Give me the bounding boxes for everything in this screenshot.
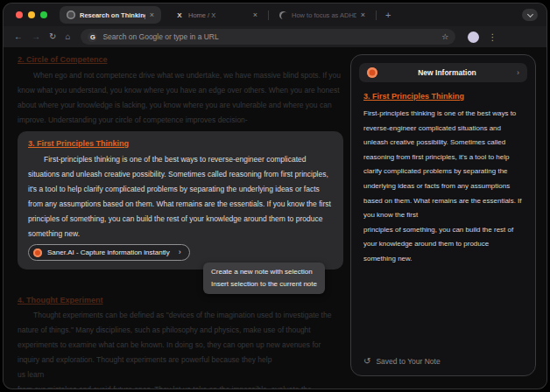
section-body: us learn [18,368,343,382]
profile-avatar[interactable] [468,32,479,43]
x-logo-icon: X [175,10,184,19]
page-content: 2. Circle of Competence When ego and not… [4,47,546,388]
minimize-window-button[interactable] [28,11,35,18]
selection-paragraph: principles of something, you can build t… [28,212,333,242]
home-icon[interactable]: ⌂ [65,32,70,41]
panel-footer: ↺ Saved to Your Note [363,357,441,366]
close-tab-icon[interactable]: × [253,11,257,19]
section-heading-circle-of-competence: 2. Circle of Competence [18,52,108,67]
tab-separator [268,10,269,20]
chevron-right-icon[interactable]: › [517,68,519,77]
tab-how-to-focus[interactable]: How to focus as ADHD × [272,6,372,24]
chevron-down-icon [526,10,532,17]
back-icon[interactable]: ← [14,32,23,41]
history-icon: ↺ [363,357,370,366]
capture-button-label: Saner.AI - Capture information instantly [47,245,170,260]
tab-research-on-thinking[interactable]: Research on Thinking × [60,6,161,24]
zoom-window-button[interactable] [40,11,47,18]
menu-item-insert-selection[interactable]: Insert selection to the current note [211,278,317,290]
site-favicon [67,10,75,19]
close-tab-icon[interactable]: × [150,11,154,19]
section-body: from our mistakes and avoid future ones.… [18,382,343,388]
section-heading-thought-experiment: 4. Thought Experiment [18,293,103,308]
capture-context-menu: Create a new note with selection Insert … [203,262,325,294]
browser-window: Research on Thinking × X Home / X × How … [4,4,546,388]
tab-label: How to focus as ADHD [292,11,356,19]
tab-overflow-button[interactable] [522,9,538,21]
selected-text-block[interactable]: 3. First Principles Thinking First-princ… [18,131,343,270]
screenshot: Research on Thinking × X Home / X × How … [0,0,550,392]
saner-ai-icon [367,67,377,78]
forward-icon[interactable]: → [32,32,40,41]
reload-icon[interactable]: ↻ [49,32,56,41]
captured-heading: 3. First Principles Thinking [363,92,523,101]
section-body: Thought experiments can be defined as "d… [18,308,343,368]
captured-paragraph: principles of something, you can build t… [363,223,523,267]
saved-status-label: Saved to Your Note [376,357,440,366]
url-bar[interactable]: G ☆ [81,29,455,45]
traffic-lights [16,11,47,18]
moon-favicon [279,11,287,19]
section-body: When ego and not competence drive what w… [18,68,343,128]
tab-label: Home / X [188,11,249,19]
google-icon: G [88,32,97,42]
saner-side-panel: New Information › 3. First Principles Th… [350,54,536,376]
tab-home-x[interactable]: X Home / X × [168,6,264,24]
tab-label: Research on Thinking [80,11,145,19]
captured-paragraph: First-principles thinking is one of the … [363,107,523,223]
section-heading-first-principles: 3. First Principles Thinking [28,138,333,149]
close-tab-icon[interactable]: × [361,11,365,19]
bookmark-star-icon[interactable]: ☆ [441,32,448,41]
saner-ai-icon [33,248,42,257]
selection-paragraph: First-principles thinking is one of the … [28,152,333,212]
panel-title: New Information [377,68,517,77]
close-window-button[interactable] [16,11,23,18]
chevron-right-icon: › [179,245,181,260]
browser-menu-icon[interactable]: ⋮ [488,32,497,42]
tab-separator [376,10,377,20]
url-input[interactable] [102,32,436,41]
navigation-bar: ← → ↻ ⌂ G ☆ ⋮ [4,26,546,47]
tab-strip: Research on Thinking × X Home / X × How … [4,4,546,26]
saner-capture-button[interactable]: Saner.AI - Capture information instantly… [28,244,190,261]
panel-header[interactable]: New Information › [359,63,527,82]
new-tab-button[interactable]: + [380,10,396,20]
menu-item-create-note[interactable]: Create a new note with selection [211,266,317,278]
